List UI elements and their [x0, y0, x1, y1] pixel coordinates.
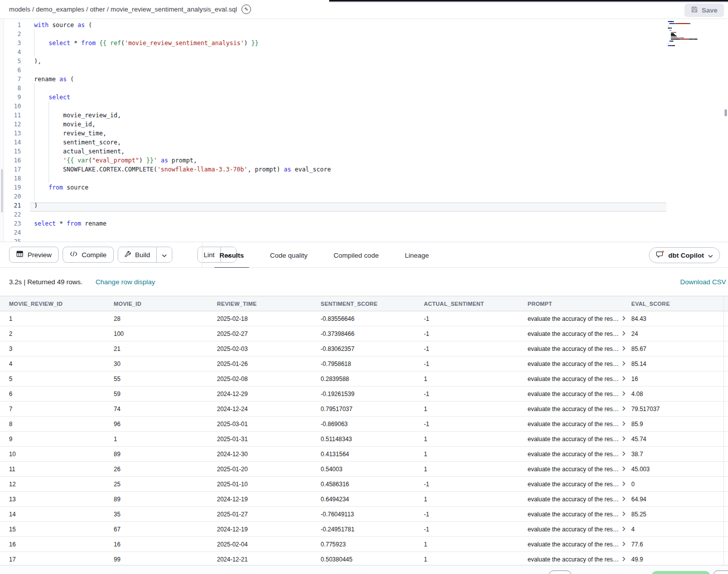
expand-value-chevron-icon[interactable]: [622, 496, 625, 501]
cell: 1: [424, 451, 528, 458]
cell: 0.54003: [321, 466, 424, 473]
code-line: 18: [0, 174, 671, 183]
prompt-cell: evaluate the accuracy of the res…: [528, 466, 631, 473]
code-line: 15 actual_sentiment,: [0, 147, 671, 156]
code-editor[interactable]: 1with source as (23 select * from {{ ref…: [0, 19, 728, 242]
code-text: review_time,: [21, 130, 107, 137]
code-line: 20: [0, 192, 671, 201]
table-row: 12252025-01-100.4586316-1evaluate the ac…: [0, 477, 728, 492]
column-header-sentiment_score: SENTIMENT_SCORE: [321, 301, 424, 307]
eval-score-cell: 85.9: [631, 421, 728, 428]
table-row: 21002025-02-27-0.37398466-1evaluate the …: [0, 326, 728, 341]
results-status-row: 3.2s | Returned 49 rows. Change row disp…: [0, 268, 728, 296]
expand-value-chevron-icon[interactable]: [622, 391, 625, 396]
partial-green-pill-button[interactable]: [651, 571, 710, 574]
eval-score-cell: 24: [631, 330, 728, 337]
expand-value-chevron-icon[interactable]: [622, 511, 625, 516]
cell: -0.19261539: [321, 391, 424, 398]
eval-score-cell: 49.9: [631, 556, 728, 563]
tab-code-quality[interactable]: Code quality: [265, 242, 313, 268]
partial-button[interactable]: [713, 570, 728, 574]
editor-scrollbar-thumb[interactable]: [724, 109, 727, 116]
expand-value-chevron-icon[interactable]: [622, 316, 625, 321]
expand-value-chevron-icon[interactable]: [622, 331, 625, 336]
cell: 1: [114, 436, 217, 443]
prompt-cell: evaluate the accuracy of the res…: [528, 556, 631, 563]
eval-score-cell: 85.25: [631, 511, 728, 518]
tab-results[interactable]: Results: [214, 242, 249, 268]
preview-button[interactable]: Preview: [9, 247, 59, 263]
code-line: 19 from source: [0, 183, 671, 192]
code-text: select * from {{ ref('movie_review_senti…: [21, 40, 259, 47]
expand-value-chevron-icon[interactable]: [622, 421, 625, 426]
partial-button[interactable]: [549, 570, 572, 574]
prompt-text: evaluate the accuracy of the res…: [528, 451, 619, 458]
editor-minimap[interactable]: [668, 21, 716, 49]
breadcrumb[interactable]: models / demo_examples / other / movie_r…: [9, 6, 237, 13]
expand-value-chevron-icon[interactable]: [622, 526, 625, 531]
build-button[interactable]: Build: [118, 247, 156, 262]
cell: 16: [9, 541, 114, 548]
column-header-eval_score: EVAL_SCORE: [631, 301, 728, 307]
prompt-cell: evaluate the accuracy of the res…: [528, 451, 631, 458]
expand-value-chevron-icon[interactable]: [622, 541, 625, 546]
expand-value-chevron-icon[interactable]: [622, 361, 625, 366]
code-line: 10: [0, 102, 671, 111]
table-scrollbar-track[interactable]: [723, 296, 724, 565]
code-line: 8: [0, 84, 671, 93]
table-row: 15672024-12-19-0.24951781-1evaluate the …: [0, 522, 728, 537]
cell: -0.76049113: [321, 511, 424, 518]
cell: 2025-02-18: [217, 315, 321, 322]
build-label: Build: [135, 251, 150, 259]
cell: 21: [114, 345, 217, 352]
compile-button[interactable]: Compile: [63, 247, 114, 263]
cell: 28: [114, 315, 217, 322]
line-number: 4: [0, 49, 21, 56]
expand-value-chevron-icon[interactable]: [622, 346, 625, 351]
prompt-cell: evaluate the accuracy of the res…: [528, 541, 631, 548]
prompt-cell: evaluate the accuracy of the res…: [528, 436, 631, 443]
cell: 89: [114, 496, 217, 503]
cell: 0.4586316: [321, 481, 424, 488]
cell: 96: [114, 421, 217, 428]
line-number: 19: [0, 184, 21, 191]
code-line: 3 select * from {{ ref('movie_review_sen…: [0, 39, 671, 48]
copilot-label: dbt Copilot: [668, 252, 704, 259]
expand-value-chevron-icon[interactable]: [622, 466, 625, 471]
tab-lineage[interactable]: Lineage: [400, 242, 434, 268]
expand-value-chevron-icon[interactable]: [622, 481, 625, 486]
column-header-movie_review_id: MOVIE_REVIEW_ID: [9, 301, 114, 307]
expand-value-chevron-icon[interactable]: [622, 451, 625, 456]
eval-score-cell: 85.67: [631, 345, 728, 352]
build-dropdown-button[interactable]: [156, 247, 172, 262]
cell: 1: [424, 541, 528, 548]
code-line: 24: [0, 228, 671, 237]
code-text: '{{ var("eval_prompt") }}' as prompt,: [21, 157, 197, 164]
expand-value-chevron-icon[interactable]: [622, 406, 625, 411]
code-text: sentiment_score,: [21, 139, 121, 146]
expand-value-chevron-icon[interactable]: [622, 376, 625, 381]
prompt-cell: evaluate the accuracy of the res…: [528, 315, 631, 322]
dbt-copilot-button[interactable]: dbt Copilot: [649, 247, 720, 263]
expand-value-chevron-icon[interactable]: [622, 556, 625, 561]
cell: -0.7958618: [321, 360, 424, 367]
change-row-display-link[interactable]: Change row display: [96, 278, 155, 286]
prompt-text: evaluate the accuracy of the res…: [528, 375, 619, 382]
cell: -1: [424, 421, 528, 428]
line-number: 9: [0, 94, 21, 101]
cell: 13: [9, 496, 114, 503]
download-csv-link[interactable]: Download CSV: [680, 278, 726, 286]
column-header-review_time: REVIEW_TIME: [217, 301, 321, 307]
compile-label: Compile: [82, 251, 107, 259]
expand-value-chevron-icon[interactable]: [622, 436, 625, 441]
line-number: 11: [0, 112, 21, 119]
eval-score-cell: 4: [631, 526, 728, 533]
prompt-text: evaluate the accuracy of the res…: [528, 360, 619, 367]
save-button[interactable]: Save: [684, 4, 724, 17]
eval-score-cell: 0: [631, 481, 728, 488]
cell: 0.2839588: [321, 375, 424, 382]
prompt-text: evaluate the accuracy of the res…: [528, 541, 619, 548]
line-number: 20: [0, 193, 21, 200]
tab-compiled-code[interactable]: Compiled code: [329, 242, 384, 268]
table-row: 3212025-02-03-0.83062357-1evaluate the a…: [0, 341, 728, 356]
